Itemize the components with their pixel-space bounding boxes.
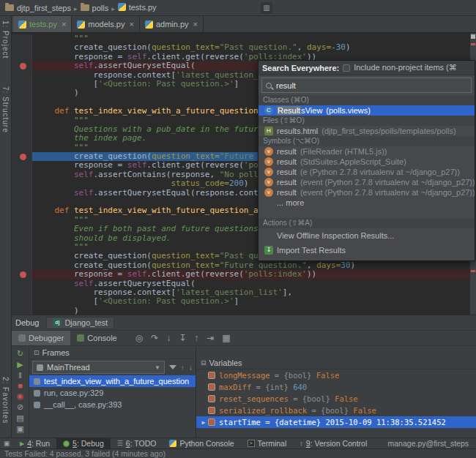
editor-gutter[interactable] xyxy=(12,189,32,198)
editor-gutter[interactable] xyxy=(12,179,32,188)
editor-gutter[interactable] xyxy=(12,252,32,260)
editor-gutter[interactable] xyxy=(12,234,32,243)
variable-row[interactable]: reset_sequences = {bool} False xyxy=(196,393,476,405)
evaluate-expression-icon[interactable]: ▦ xyxy=(222,333,230,343)
editor-gutter[interactable] xyxy=(12,170,32,179)
frame-row[interactable]: test_index_view_with_a_future_question xyxy=(29,375,196,387)
editor-gutter[interactable] xyxy=(12,270,32,279)
debug-tab-debugger[interactable]: Debugger xyxy=(12,331,70,345)
thread-dropdown[interactable]: MainThread ▼ xyxy=(32,361,165,374)
breadcrumb-item[interactable]: polls xyxy=(81,4,109,12)
search-result-item[interactable]: ↧Import Test Results xyxy=(259,243,475,258)
step-over-icon[interactable]: ↷ xyxy=(151,333,158,343)
tool-window-button[interactable]: 1: Project xyxy=(1,20,10,59)
code-line[interactable]: response.context['latest_question_list']… xyxy=(12,288,469,297)
tool-window-button[interactable]: 2: Favorites xyxy=(1,377,10,424)
expand-arrow-icon[interactable]: ▶ xyxy=(199,419,208,426)
editor-gutter[interactable] xyxy=(12,134,32,143)
toolwindow-button-python-console[interactable]: Python Console xyxy=(163,438,240,448)
editor-gutter[interactable] xyxy=(12,89,32,97)
editor-gutter[interactable] xyxy=(12,107,32,116)
code-line[interactable]: ['<Question: Past question.>'] xyxy=(12,297,469,306)
frame-row[interactable]: __call__, case.py:393 xyxy=(29,399,196,410)
breakpoint-icon[interactable] xyxy=(20,271,26,278)
editor-gutter[interactable] xyxy=(12,61,32,70)
frame-row[interactable]: run, case.py:329 xyxy=(29,387,196,399)
view-breakpoints-icon[interactable]: ◉ xyxy=(17,391,24,401)
debug-tab-console[interactable]: Console xyxy=(70,331,123,345)
resume-icon[interactable]: ▶ xyxy=(17,360,23,369)
code-line[interactable]: create_question(question_text="Past ques… xyxy=(12,43,469,52)
tool-window-button[interactable]: 7: Structure xyxy=(1,86,10,133)
editor-gutter[interactable] xyxy=(12,216,32,225)
variable-row[interactable]: longMessage = {bool} False xyxy=(196,369,476,381)
filter-icon[interactable] xyxy=(169,365,176,369)
editor-gutter[interactable] xyxy=(12,161,32,170)
force-step-into-icon[interactable]: ↧ xyxy=(179,333,186,343)
editor-gutter[interactable] xyxy=(12,34,32,43)
editor-gutter[interactable] xyxy=(12,71,32,80)
restore-layout-icon[interactable]: ▤ xyxy=(16,413,23,423)
tab-close-icon[interactable]: × xyxy=(193,20,198,29)
code-line[interactable]: create_question(question_text="Future qu… xyxy=(12,261,469,270)
editor-gutter[interactable] xyxy=(12,297,32,306)
breadcrumb-item[interactable]: tests.py xyxy=(118,3,157,12)
collapse-icon[interactable]: ⊟ xyxy=(201,359,207,367)
code-line[interactable]: response = self.client.get(reverse('poll… xyxy=(12,270,469,279)
step-into-icon[interactable]: ↓ xyxy=(166,333,171,343)
editor-gutter[interactable] xyxy=(12,198,32,206)
toolwindow-button-5-debug[interactable]: 5: Debug xyxy=(56,438,111,448)
debug-session-tab[interactable]: dj Django_test xyxy=(46,317,114,329)
search-result-item[interactable]: CResultsView(polls.views) xyxy=(259,105,475,116)
mute-breakpoints-icon[interactable]: ⊘ xyxy=(17,402,23,412)
editor-gutter[interactable] xyxy=(12,143,32,152)
toolwindow-button-4-run[interactable]: ▶4: Run xyxy=(13,438,56,448)
pause-icon[interactable]: ‖ xyxy=(18,371,22,380)
editor-gutter[interactable] xyxy=(12,243,32,252)
collapse-icon[interactable]: ⊡ xyxy=(34,349,40,356)
step-out-icon[interactable]: ↑ xyxy=(194,333,198,343)
search-result-item[interactable]: vresult(e (Python 2.7.8 virtualenv at ~/… xyxy=(259,167,475,177)
next-frame-icon[interactable]: ↓ xyxy=(189,364,193,372)
variable-row[interactable]: maxDiff = {int} 640 xyxy=(196,381,476,393)
editor-gutter[interactable] xyxy=(12,80,32,89)
editor-gutter[interactable] xyxy=(12,125,32,134)
search-result-item[interactable]: vresult(StdSuites.AppleScript_Suite) xyxy=(259,157,475,167)
toolwindow-button-9-version-control[interactable]: ↕9: Version Control xyxy=(293,438,373,448)
editor-gutter[interactable] xyxy=(12,206,32,215)
toolwindow-anchor-icon[interactable]: ▣ xyxy=(0,440,13,447)
toolbar-icon[interactable]: ▥ xyxy=(261,2,272,14)
rerun-icon[interactable]: ↻ xyxy=(17,349,23,358)
tab-close-icon[interactable]: × xyxy=(62,20,66,29)
code-line[interactable]: self.assertQuerysetEqual( xyxy=(12,279,469,288)
editor-gutter[interactable] xyxy=(12,98,32,107)
stop-icon[interactable]: ■ xyxy=(18,381,23,390)
breadcrumb-item[interactable]: djtp_first_steps xyxy=(5,4,71,12)
search-input[interactable]: result xyxy=(261,78,472,93)
variable-row[interactable]: ▶startTime = {datetime} 2015-10-09 11:38… xyxy=(196,416,476,428)
search-result-item[interactable]: View Offline Inspection Results... xyxy=(259,228,475,243)
code-line[interactable]: ) xyxy=(12,307,469,315)
toolwindow-button-terminal[interactable]: >Terminal xyxy=(241,438,294,448)
editor-gutter[interactable] xyxy=(12,307,32,315)
code-line[interactable]: """ xyxy=(12,34,469,43)
previous-frame-icon[interactable]: ↑ xyxy=(181,364,185,372)
search-result-item[interactable]: vresult(event (Python 2.7.8 virtualenv a… xyxy=(259,177,475,187)
error-mark[interactable] xyxy=(471,43,475,45)
run-to-cursor-icon[interactable]: ⇥ xyxy=(207,333,214,343)
tab-close-icon[interactable]: × xyxy=(129,20,133,29)
editor-gutter[interactable] xyxy=(12,43,32,52)
breakpoint-icon[interactable] xyxy=(20,154,26,160)
editor-gutter[interactable] xyxy=(12,152,32,161)
editor-gutter[interactable] xyxy=(12,279,32,288)
editor-gutter[interactable] xyxy=(12,261,32,270)
search-result-item[interactable]: vresult(FileReader (HTML5.js)) xyxy=(259,146,475,157)
pin-icon[interactable]: ▣ xyxy=(16,424,23,434)
editor-tab[interactable]: tests.py× xyxy=(13,16,72,32)
editor-gutter[interactable] xyxy=(12,225,32,233)
search-result-item[interactable]: ... more xyxy=(259,198,475,208)
toolwindow-button-6-todo[interactable]: ☰6: TODO xyxy=(111,438,163,448)
editor-gutter[interactable] xyxy=(12,288,32,297)
variable-row[interactable]: serialized_rollback = {bool} False xyxy=(196,405,476,416)
show-execution-point-icon[interactable]: ◎ xyxy=(135,333,143,343)
